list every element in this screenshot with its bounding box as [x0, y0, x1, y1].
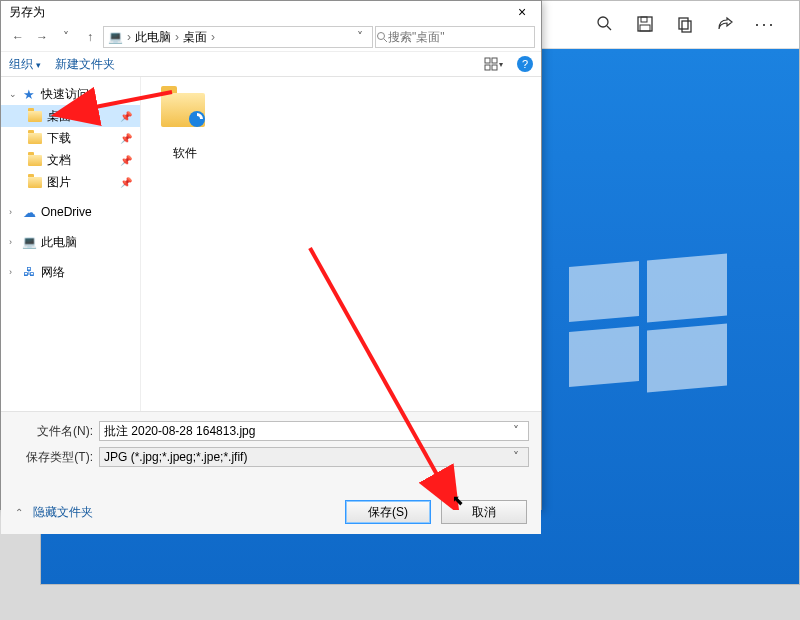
pc-icon: 💻 [108, 30, 123, 44]
copy-icon[interactable] [674, 13, 696, 35]
navigation-tree: ⌄ ★ 快速访问 桌面 📌 下载 📌 文档 📌 [1, 77, 141, 411]
zoom-icon[interactable] [594, 13, 616, 35]
hide-folders-link[interactable]: 隐藏文件夹 [33, 504, 335, 521]
tree-item-pictures[interactable]: 图片 📌 [1, 171, 140, 193]
save-as-dialog: 另存为 × ← → ˅ ↑ 💻 › 此电脑 › 桌面 › ˅ 组织 ▾ 新建文件… [0, 0, 542, 510]
tree-network[interactable]: › 🖧 网络 [1, 261, 140, 283]
svg-rect-3 [641, 17, 647, 22]
address-bar-row: ← → ˅ ↑ 💻 › 此电脑 › 桌面 › ˅ [1, 23, 541, 51]
search-icon [376, 31, 388, 43]
file-list[interactable]: 软件 [141, 77, 541, 411]
tree-quick-access[interactable]: ⌄ ★ 快速访问 [1, 83, 140, 105]
tree-label: 文档 [47, 152, 71, 169]
dialog-titlebar[interactable]: 另存为 × [1, 1, 541, 23]
svg-rect-6 [682, 21, 691, 32]
tree-label: 此电脑 [41, 234, 77, 251]
folder-icon [27, 130, 43, 146]
tree-onedrive[interactable]: › ☁ OneDrive [1, 201, 140, 223]
pin-icon: 📌 [120, 155, 132, 166]
svg-rect-10 [485, 65, 490, 70]
forward-button[interactable]: → [31, 26, 53, 48]
network-icon: 🖧 [21, 264, 37, 280]
close-icon[interactable]: × [507, 4, 537, 20]
fields-panel: 文件名(N): 批注 2020-08-28 164813.jpg˅ 保存类型(T… [1, 411, 541, 476]
save-icon[interactable] [634, 13, 656, 35]
expand-icon[interactable]: › [9, 237, 17, 247]
search-input[interactable] [388, 30, 538, 44]
expand-icon[interactable]: › [9, 207, 17, 217]
pc-icon: 💻 [21, 234, 37, 250]
folder-icon [27, 174, 43, 190]
folder-icon [27, 152, 43, 168]
expand-icon[interactable]: › [9, 267, 17, 277]
tree-label: 图片 [47, 174, 71, 191]
back-button[interactable]: ← [7, 26, 29, 48]
command-bar: 组织 ▾ 新建文件夹 ▾ ? [1, 51, 541, 77]
tree-item-downloads[interactable]: 下载 📌 [1, 127, 140, 149]
file-label: 软件 [149, 145, 221, 162]
collapse-icon[interactable]: ⌄ [9, 89, 17, 99]
svg-rect-8 [485, 58, 490, 63]
star-icon: ★ [21, 86, 37, 102]
chevron-down-icon[interactable]: ˅ [508, 450, 524, 464]
breadcrumb-root[interactable]: 此电脑 [135, 29, 171, 46]
filename-label: 文件名(N): [13, 423, 99, 440]
tree-label: 网络 [41, 264, 65, 281]
cursor-icon: ⬉ [452, 492, 464, 508]
organize-menu[interactable]: 组织 ▾ [9, 56, 41, 73]
chevron-down-icon[interactable]: ˅ [55, 26, 77, 48]
svg-rect-9 [492, 58, 497, 63]
folder-item-software[interactable]: 软件 [149, 85, 221, 162]
tree-item-documents[interactable]: 文档 📌 [1, 149, 140, 171]
svg-rect-11 [492, 65, 497, 70]
chevron-down-icon[interactable]: ˅ [508, 424, 524, 438]
tree-label: OneDrive [41, 205, 92, 219]
cloud-icon: ☁ [21, 204, 37, 220]
svg-rect-4 [640, 25, 650, 31]
address-dropdown-icon[interactable]: ˅ [352, 30, 368, 44]
more-icon[interactable]: ··· [754, 13, 776, 35]
filetype-label: 保存类型(T): [13, 449, 99, 466]
up-button[interactable]: ↑ [79, 26, 101, 48]
expand-icon[interactable]: ⌃ [15, 507, 23, 518]
svg-point-1 [598, 17, 608, 27]
new-folder-button[interactable]: 新建文件夹 [55, 56, 115, 73]
tree-label: 桌面 [47, 108, 71, 125]
search-box[interactable] [375, 26, 535, 48]
tree-label: 快速访问 [41, 86, 89, 103]
filetype-select[interactable]: JPG (*.jpg;*.jpeg;*.jpe;*.jfif)˅ [99, 447, 529, 467]
windows-logo [559, 254, 729, 424]
tree-item-desktop[interactable]: 桌面 📌 [1, 105, 140, 127]
tree-label: 下载 [47, 130, 71, 147]
address-bar[interactable]: 💻 › 此电脑 › 桌面 › ˅ [103, 26, 373, 48]
dialog-title: 另存为 [5, 4, 507, 21]
breadcrumb-current[interactable]: 桌面 [183, 29, 207, 46]
folder-icon [161, 93, 205, 127]
svg-point-7 [378, 33, 385, 40]
save-button[interactable]: 保存(S) [345, 500, 431, 524]
folder-icon [27, 108, 43, 124]
tree-this-pc[interactable]: › 💻 此电脑 [1, 231, 140, 253]
pin-icon: 📌 [120, 177, 132, 188]
pin-icon: 📌 [120, 133, 132, 144]
share-icon[interactable] [714, 13, 736, 35]
view-mode-button[interactable]: ▾ [483, 54, 503, 74]
svg-rect-5 [679, 18, 688, 29]
help-icon[interactable]: ? [517, 56, 533, 72]
pin-icon: 📌 [120, 111, 132, 122]
filename-input[interactable]: 批注 2020-08-28 164813.jpg˅ [99, 421, 529, 441]
